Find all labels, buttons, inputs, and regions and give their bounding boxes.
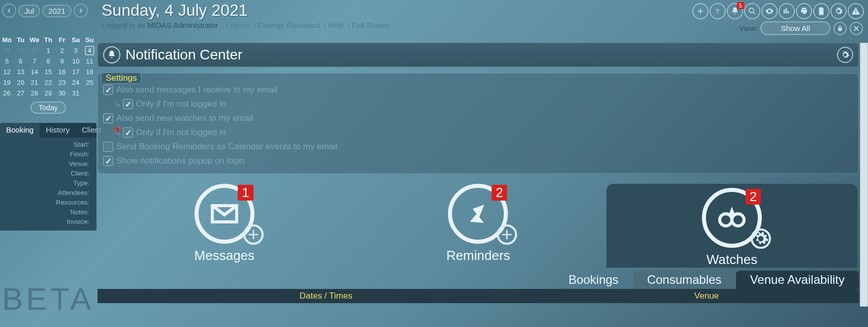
view-button[interactable] bbox=[761, 3, 778, 19]
month-select[interactable]: Jul bbox=[18, 5, 40, 17]
calendar-day[interactable]: 15 bbox=[41, 67, 55, 77]
tile-add-button[interactable] bbox=[243, 224, 264, 245]
calendar-day[interactable]: 19 bbox=[0, 77, 14, 88]
calendar-day[interactable]: 29 bbox=[14, 45, 27, 56]
full-screen-link[interactable]: Full Screen bbox=[352, 21, 391, 29]
next-month-button[interactable] bbox=[74, 4, 88, 18]
side-tab-history[interactable]: History bbox=[40, 123, 76, 138]
checkbox[interactable] bbox=[103, 142, 113, 152]
calendar-day[interactable]: 11 bbox=[83, 56, 97, 67]
plus-icon bbox=[499, 218, 515, 251]
tile-gear-button[interactable] bbox=[751, 228, 771, 249]
checkbox[interactable] bbox=[123, 127, 133, 138]
calendar-day[interactable]: 1 bbox=[41, 45, 55, 56]
plus-icon bbox=[696, 7, 705, 16]
side-tab-booking[interactable]: Booking bbox=[0, 123, 40, 138]
logout-link[interactable]: Logout bbox=[226, 21, 249, 29]
calendar-day[interactable]: 26 bbox=[0, 88, 14, 99]
checkbox[interactable] bbox=[123, 99, 133, 109]
close-view-button[interactable] bbox=[850, 22, 863, 35]
calendar-day[interactable]: 9 bbox=[55, 56, 69, 67]
calendar-day[interactable]: 22 bbox=[41, 77, 55, 88]
field-label: Type: bbox=[0, 178, 92, 188]
settings-option: ↳Only if I'm not logged in bbox=[103, 97, 853, 111]
year-select[interactable]: 2021 bbox=[42, 5, 71, 17]
subtab-bookings[interactable]: Bookings bbox=[554, 271, 633, 289]
calendar-day[interactable]: 30 bbox=[27, 45, 41, 56]
calendar-day[interactable]: 17 bbox=[69, 67, 83, 77]
settings-tab[interactable]: Settings bbox=[101, 72, 142, 84]
scrollbar[interactable] bbox=[860, 43, 868, 307]
panel-title: Notification Center bbox=[125, 47, 242, 63]
calendar-day[interactable]: 30 bbox=[55, 88, 69, 99]
messages-icon bbox=[208, 198, 241, 230]
calendar-day[interactable]: 14 bbox=[27, 67, 41, 77]
settings-button[interactable] bbox=[830, 3, 847, 19]
watches-icon bbox=[716, 202, 748, 234]
big-tile-watches[interactable]: 2Watches bbox=[606, 184, 858, 268]
calendar-day[interactable]: 7 bbox=[27, 56, 41, 67]
document-icon bbox=[817, 7, 826, 16]
calendar-day[interactable]: 29 bbox=[41, 88, 55, 99]
checkbox[interactable] bbox=[103, 85, 113, 95]
calendar-day[interactable]: 1 bbox=[83, 88, 97, 99]
calendar-day[interactable]: 13 bbox=[14, 67, 27, 77]
calendar-day[interactable]: 23 bbox=[55, 77, 69, 88]
panel-settings-button[interactable] bbox=[837, 47, 853, 63]
lock-button[interactable] bbox=[833, 22, 847, 35]
calendar-day[interactable]: 27 bbox=[14, 88, 27, 99]
calendar-day[interactable]: 25 bbox=[83, 77, 97, 88]
view-select[interactable]: Show All bbox=[760, 21, 830, 35]
tile-add-button[interactable] bbox=[497, 224, 517, 245]
checkbox[interactable] bbox=[103, 113, 113, 123]
calendar-dow: Fr bbox=[55, 35, 69, 45]
page-title: Sunday, 4 July 2021 bbox=[102, 1, 692, 20]
calendar-day[interactable]: 28 bbox=[27, 88, 41, 99]
calendar-day[interactable]: 24 bbox=[69, 77, 83, 88]
subtab-venue-availability[interactable]: Venue Availability bbox=[736, 271, 859, 289]
calendar-day[interactable]: 5 bbox=[0, 56, 14, 67]
calendar-day[interactable]: 18 bbox=[83, 67, 97, 77]
big-tile-reminders[interactable]: 2Reminders bbox=[352, 184, 604, 268]
calendar-day[interactable]: 3 bbox=[69, 45, 83, 56]
document-button[interactable] bbox=[813, 3, 829, 19]
calendar-day[interactable]: 10 bbox=[69, 56, 83, 67]
calendar-day[interactable]: 6 bbox=[14, 56, 27, 67]
help-link[interactable]: Help bbox=[328, 21, 344, 29]
stats-button[interactable] bbox=[779, 3, 795, 19]
print-button[interactable] bbox=[796, 3, 812, 19]
arrow-right-icon bbox=[77, 7, 84, 14]
print-icon bbox=[799, 7, 809, 16]
arrow-left-icon bbox=[6, 7, 13, 14]
calendar-day[interactable]: 20 bbox=[14, 77, 27, 88]
calendar-day[interactable]: 8 bbox=[41, 56, 55, 67]
prev-month-button[interactable] bbox=[2, 4, 16, 18]
search-button[interactable] bbox=[744, 3, 760, 19]
change-password-link[interactable]: Change Password bbox=[258, 21, 320, 29]
calendar-day[interactable]: 21 bbox=[27, 77, 41, 88]
calendar-day[interactable]: 12 bbox=[0, 67, 14, 77]
tile-badge: 2 bbox=[746, 189, 761, 205]
notifications-button[interactable]: 5 bbox=[727, 3, 743, 19]
calendar-day[interactable]: 31 bbox=[69, 88, 83, 99]
add-button[interactable] bbox=[692, 3, 709, 19]
mini-calendar[interactable]: MoTuWeThFrSaSu 2829301234567891011121314… bbox=[0, 35, 97, 99]
calendar-dow: Mo bbox=[0, 35, 14, 45]
alert-button[interactable] bbox=[848, 3, 864, 19]
calendar-day[interactable]: 4 bbox=[83, 45, 97, 56]
big-tile-messages[interactable]: 1Messages bbox=[99, 184, 350, 268]
tile-badge: 1 bbox=[238, 185, 253, 201]
calendar-dow: Th bbox=[41, 35, 55, 45]
option-label: Also send messages I receive to my email bbox=[116, 85, 277, 95]
calendar-day[interactable]: 28 bbox=[0, 45, 14, 56]
notifications-badge: 5 bbox=[737, 2, 744, 9]
calendar-day[interactable]: 16 bbox=[55, 67, 69, 77]
tile-label: Messages bbox=[99, 248, 350, 264]
calendar-day[interactable]: 2 bbox=[55, 45, 69, 56]
subtab-consumables[interactable]: Consumables bbox=[633, 271, 736, 289]
settings-option: Show notifications popup on login bbox=[103, 154, 853, 168]
today-button[interactable]: Today bbox=[30, 102, 66, 114]
checkbox[interactable] bbox=[103, 156, 113, 166]
field-label: Resources: bbox=[0, 198, 92, 207]
help-button[interactable]: ? bbox=[710, 3, 726, 19]
